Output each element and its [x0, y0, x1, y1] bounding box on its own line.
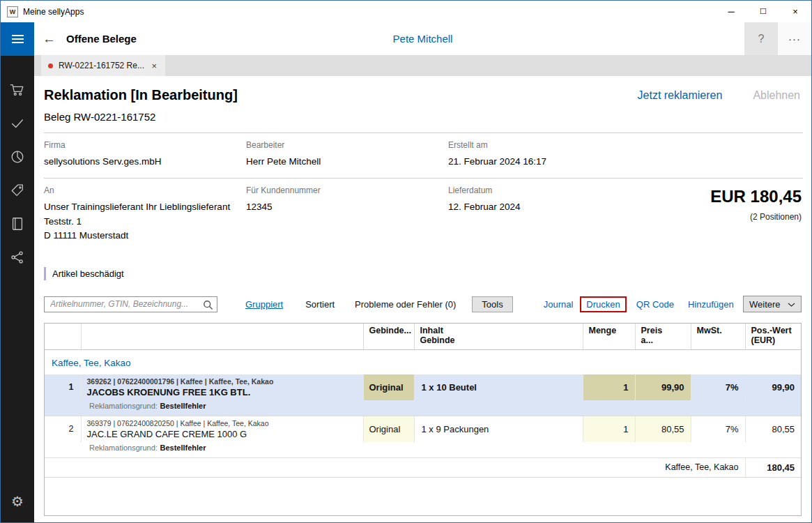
tab-document[interactable]: RW-0221-161752 Re... × — [41, 55, 165, 76]
article-meta: 369379 | 07622400820250 | Kaffee | Kaffe… — [87, 419, 358, 427]
firma-label: Firma — [44, 140, 246, 150]
sidebar-item-statistics[interactable] — [1, 141, 34, 174]
footer-group-total: 180,45 — [745, 457, 801, 477]
document-view: Reklamation [In Bearbeitung] Jetzt rekla… — [34, 76, 811, 522]
inhalt-cell: 1 x 9 Packungen — [414, 416, 583, 442]
reclaim-now-button[interactable]: Jetzt reklamieren — [638, 89, 723, 102]
kundennummer-value: 12345 — [246, 200, 448, 214]
sidebar-item-journal[interactable] — [1, 208, 34, 241]
col-header-poswert: Pos.-Wert (EUR) — [745, 324, 801, 349]
maximize-button[interactable]: ☐ — [747, 1, 779, 22]
app-window: W Meine sellyApps ─ ☐ × — [0, 0, 812, 523]
document-info: Firma sellysolutions Serv.ges.mbH Bearbe… — [44, 133, 803, 252]
row-number: 1 — [45, 374, 81, 400]
sidebar-item-share[interactable] — [1, 241, 34, 275]
table-row[interactable]: 2 369379 | 07622400820250 | Kaffee | Kaf… — [45, 416, 801, 442]
help-icon: ? — [758, 33, 765, 45]
group-name: Kaffee, Tee, Kakao — [45, 349, 801, 374]
unsaved-dot-icon — [48, 63, 53, 68]
gebinde-cell[interactable]: Original — [363, 416, 414, 442]
bearbeiter-label: Bearbeiter — [246, 140, 448, 150]
back-button[interactable]: ← — [43, 31, 66, 47]
share-icon — [10, 250, 25, 267]
minimize-button[interactable]: ─ — [715, 1, 747, 22]
more-actions-dropdown[interactable]: Weitere — [743, 296, 802, 312]
lieferdatum-value: 12. Februar 2024 — [448, 200, 629, 214]
window-controls: ─ ☐ × — [715, 1, 811, 22]
items-table-frame: Gebinde... Inhalt Gebinde Menge Preis a.… — [44, 323, 802, 516]
minimize-icon: ─ — [728, 6, 734, 17]
sidebar-item-settings[interactable]: ⚙ — [1, 485, 34, 518]
more-options-button[interactable]: ··· — [778, 22, 811, 55]
help-button[interactable]: ? — [744, 22, 778, 55]
ellipsis-icon: ··· — [788, 33, 801, 45]
tools-button[interactable]: Tools — [472, 296, 512, 312]
current-user[interactable]: Pete Mitchell — [393, 33, 453, 45]
document-total: EUR 180,45 — [629, 187, 802, 206]
col-header-gebinde: Gebinde... — [363, 324, 414, 349]
an-label: An — [44, 185, 246, 195]
article-meta: 369262 | 07622400001796 | Kaffee | Kaffe… — [87, 377, 358, 386]
position-count: (2 Positionen) — [629, 212, 802, 222]
qr-code-button[interactable]: QR Code — [636, 299, 674, 310]
article-name: JAC.LE GRAND CAFE CREME 1000 G — [87, 429, 358, 439]
reason-row: Reklamationsgrund: Bestellfehler — [45, 442, 801, 458]
search-input[interactable] — [44, 296, 217, 312]
close-button[interactable]: × — [779, 1, 811, 22]
group-footer-row: Kaffee, Tee, Kakao 180,45 — [45, 457, 801, 477]
add-item-button[interactable]: Hinzufügen — [688, 299, 734, 310]
grouped-toggle[interactable]: Gruppiert — [245, 299, 283, 310]
app-header: ← Offene Belege Pete Mitchell ? ··· — [34, 22, 811, 55]
search-icon — [203, 300, 213, 312]
sidebar-item-pricing[interactable] — [1, 174, 34, 208]
menu-button[interactable] — [1, 22, 34, 56]
book-icon — [10, 216, 25, 234]
document-number: Beleg RW-0221-161752 — [44, 111, 803, 123]
sidebar-item-cart[interactable] — [1, 74, 34, 107]
items-table: Gebinde... Inhalt Gebinde Menge Preis a.… — [45, 324, 801, 478]
sidebar: ⚙ — [1, 22, 34, 522]
print-highlight-box: Drucken — [580, 296, 626, 312]
gebinde-cell[interactable]: Original — [363, 374, 414, 400]
check-icon — [10, 116, 25, 133]
col-header-article — [81, 324, 363, 349]
tab-close-icon[interactable]: × — [150, 61, 158, 71]
tag-icon — [10, 183, 25, 200]
mwst-cell: 7% — [691, 374, 745, 400]
article-search — [44, 296, 217, 312]
group-header-row: Kaffee, Tee, Kakao — [45, 349, 801, 374]
reject-button[interactable]: Ablehnen — [753, 89, 800, 102]
menge-cell[interactable]: 1 — [583, 374, 635, 400]
erstellt-am-label: Erstellt am — [448, 140, 629, 150]
sidebar-item-tasks[interactable] — [1, 107, 34, 141]
poswert-cell: 99,90 — [745, 374, 801, 400]
table-row[interactable]: 1 369262 | 07622400001796 | Kaffee | Kaf… — [45, 374, 801, 400]
col-header-menge: Menge — [583, 324, 635, 349]
close-icon: × — [792, 6, 798, 17]
document-title: Reklamation [In Bearbeitung] — [44, 87, 238, 103]
tab-bar: RW-0221-161752 Re... × — [34, 55, 811, 76]
col-header-preis: Preis a... — [635, 324, 691, 349]
table-header-row: Gebinde... Inhalt Gebinde Menge Preis a.… — [45, 324, 801, 349]
hamburger-icon — [12, 33, 24, 45]
col-header-inhalt: Inhalt Gebinde — [414, 324, 583, 349]
reason-label: Reklamationsgrund: — [89, 444, 158, 452]
preis-cell[interactable]: 80,55 — [635, 416, 691, 442]
journal-button[interactable]: Journal — [544, 299, 574, 310]
preis-cell[interactable]: 99,90 — [635, 374, 691, 400]
app-icon: W — [7, 6, 18, 17]
erstellt-am-value: 21. Februar 2024 16:17 — [448, 155, 629, 169]
kundennummer-label: Für Kundennummer — [246, 185, 448, 195]
print-button[interactable]: Drucken — [586, 299, 620, 310]
article-name: JACOBS KROENUNG FREE 1KG BTL. — [87, 387, 358, 397]
mwst-cell: 7% — [691, 416, 745, 442]
app-icon-letter: W — [10, 8, 16, 15]
problems-toggle[interactable]: Probleme oder Fehler (0) — [355, 299, 456, 310]
pie-chart-icon — [10, 149, 25, 167]
item-toolbar: Gruppiert Sortiert Probleme oder Fehler … — [44, 296, 803, 312]
gear-icon: ⚙ — [11, 494, 24, 508]
col-header-number — [45, 324, 81, 349]
reason-label: Reklamationsgrund: — [89, 402, 158, 410]
sorted-toggle[interactable]: Sortiert — [305, 299, 335, 310]
menge-cell[interactable]: 1 — [583, 416, 635, 442]
